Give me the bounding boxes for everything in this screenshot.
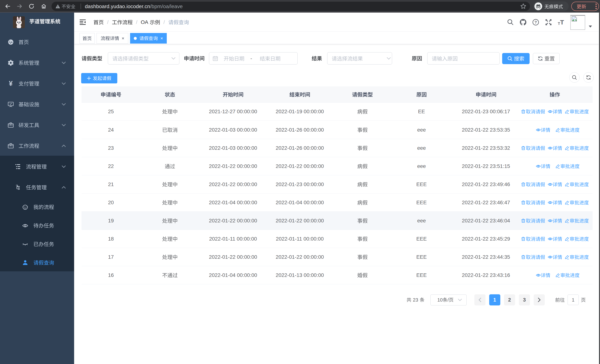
svg-text:?: ? <box>534 20 537 24</box>
